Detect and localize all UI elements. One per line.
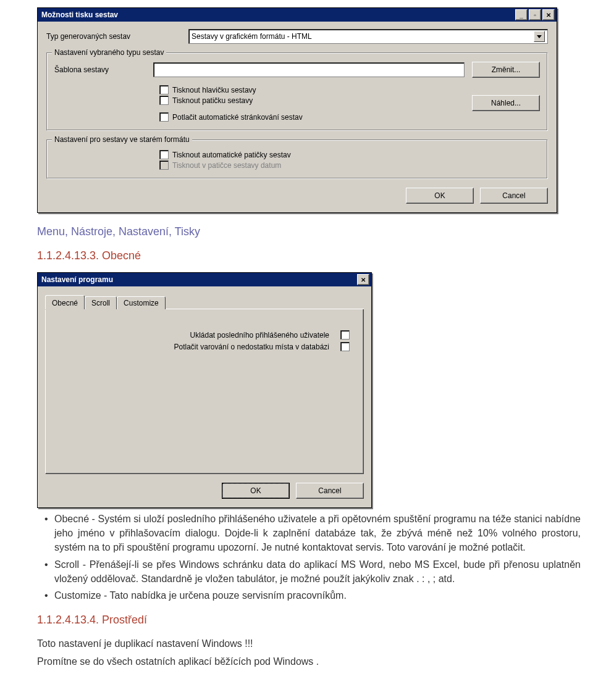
titlebar-2: Nastavení programu ✕ bbox=[38, 273, 371, 286]
checkbox-footer-date-label: Tisknout v patičce sestavy datum bbox=[172, 161, 281, 170]
cancel-label-2: Cancel bbox=[318, 486, 341, 495]
breadcrumb-path: Menu, Nástroje, Nastavení, Tisky bbox=[37, 225, 581, 238]
close-icon[interactable]: ✕ bbox=[357, 274, 369, 285]
paragraph-1: Toto nastavení je duplikací nastavení Wi… bbox=[37, 636, 581, 651]
tab-customize[interactable]: Customize bbox=[117, 296, 166, 309]
group-selected-type-legend: Nastavení vybraného typu sestav bbox=[52, 48, 166, 57]
cancel-label: Cancel bbox=[502, 191, 525, 200]
svg-marker-0 bbox=[537, 35, 542, 38]
checkbox-header[interactable] bbox=[159, 85, 169, 94]
dialog-print-options: Možnosti tisku sestav _ ▫ ✕ Typ generova… bbox=[37, 7, 557, 213]
template-input[interactable] bbox=[153, 62, 465, 77]
tab-scroll[interactable]: Scroll bbox=[85, 296, 117, 309]
preview-button-label: Náhled... bbox=[491, 99, 521, 107]
dialog-program-settings: Nastavení programu ✕ Obecné Scroll Custo… bbox=[37, 272, 372, 508]
cancel-button-2[interactable]: Cancel bbox=[296, 483, 364, 499]
type-label: Typ generovaných sestav bbox=[46, 32, 188, 41]
opt-save-last-user-label: Ukládat posledního přihlášeného uživatel… bbox=[190, 331, 330, 340]
close-icon[interactable]: ✕ bbox=[542, 9, 555, 20]
window-title-2: Nastavení programu bbox=[41, 275, 113, 284]
group-old-format: Nastavení pro sestavy ve starém formátu … bbox=[46, 140, 548, 179]
group-old-format-legend: Nastavení pro sestavy ve starém formátu bbox=[52, 135, 192, 144]
chevron-down-icon[interactable] bbox=[534, 31, 545, 42]
bullet-scroll: Scroll - Přenášejí-li se přes Windows sc… bbox=[41, 557, 581, 586]
restore-icon[interactable]: ▫ bbox=[529, 9, 541, 20]
ok-button[interactable]: OK bbox=[406, 188, 474, 204]
preview-button[interactable]: Náhled... bbox=[472, 95, 540, 111]
bullet-obecne: Obecné - Systém si uloží posledního přih… bbox=[41, 512, 581, 555]
cancel-button[interactable]: Cancel bbox=[480, 188, 548, 204]
checkbox-suppress-paging[interactable] bbox=[159, 112, 169, 122]
change-button-label: Změnit... bbox=[492, 65, 521, 74]
group-selected-type: Nastavení vybraného typu sestav Šablona … bbox=[46, 52, 548, 131]
change-button[interactable]: Změnit... bbox=[472, 62, 540, 78]
checkbox-header-label: Tisknout hlavičku sestavy bbox=[172, 86, 256, 94]
tabstrip: Obecné Scroll Customize bbox=[45, 294, 364, 309]
checkbox-suppress-space-warning[interactable] bbox=[340, 342, 350, 351]
section-number-1: 1.1.2.4.13.3. Obecné bbox=[37, 249, 581, 262]
type-select-value: Sestavy v grafickém formátu - HTML bbox=[191, 32, 312, 41]
ok-label-2: OK bbox=[250, 486, 261, 495]
bullet-customize: Customize - Tato nabídka je určena pouze… bbox=[41, 588, 581, 602]
paragraph-2: Promítne se do všech ostatních aplikací … bbox=[37, 654, 581, 669]
window-title: Možnosti tisku sestav bbox=[41, 10, 118, 19]
opt-suppress-space-warning-label: Potlačit varování o nedostatku místa v d… bbox=[174, 343, 329, 351]
checkbox-footer-label: Tisknout patičku sestavy bbox=[172, 96, 253, 105]
checkbox-auto-footers[interactable] bbox=[159, 150, 169, 159]
section-number-2: 1.1.2.4.13.4. Prostředí bbox=[37, 614, 581, 627]
ok-label: OK bbox=[434, 191, 445, 200]
tab-obecne[interactable]: Obecné bbox=[45, 295, 85, 309]
type-select[interactable]: Sestavy v grafickém formátu - HTML bbox=[188, 29, 548, 44]
checkbox-footer[interactable] bbox=[159, 96, 169, 105]
checkbox-suppress-paging-label: Potlačit automatické stránkování sestav bbox=[172, 113, 303, 122]
checkbox-footer-date bbox=[159, 160, 169, 170]
ok-button-2[interactable]: OK bbox=[222, 483, 290, 499]
template-label: Šablona sestavy bbox=[54, 65, 153, 74]
checkbox-auto-footers-label: Tisknout automatické patičky sestav bbox=[172, 151, 291, 159]
minimize-icon[interactable]: _ bbox=[515, 9, 528, 20]
tabpanel-obecne: Ukládat posledního přihlášeného uživatel… bbox=[45, 309, 364, 474]
checkbox-save-last-user[interactable] bbox=[340, 330, 350, 340]
titlebar: Možnosti tisku sestav _ ▫ ✕ bbox=[38, 8, 557, 22]
